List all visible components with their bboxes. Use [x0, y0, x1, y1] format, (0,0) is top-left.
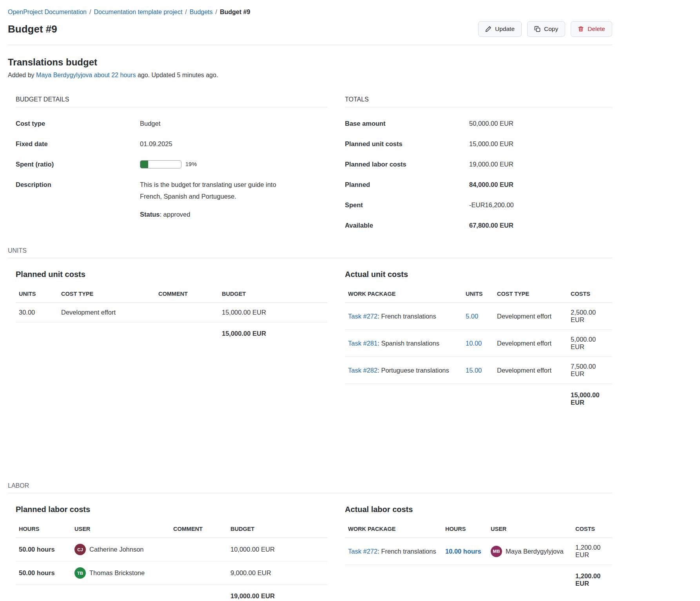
header-actions: Update Copy Delete	[478, 21, 612, 37]
hours-link[interactable]: 10.00 hours	[445, 548, 481, 555]
comment-cell	[155, 303, 219, 322]
user-cell: TBThomas Brickstone	[71, 561, 170, 585]
cost-type-row: Cost type Budget	[16, 118, 327, 129]
work-package-cell: Task #272: French translations	[345, 303, 462, 330]
cost-type-cell: Development effort	[494, 357, 568, 384]
column-header-hours: HOURS	[16, 523, 71, 538]
units-link[interactable]: 5.00	[466, 313, 478, 320]
units-grid: Planned unit costs UNITS COST TYPE COMME…	[8, 270, 612, 477]
page-title: Budget #9	[8, 23, 57, 35]
cost-type-label: Cost type	[16, 118, 140, 129]
totals-label: Planned	[345, 179, 469, 190]
pencil-icon	[485, 26, 491, 32]
units-link[interactable]: 15.00	[466, 367, 482, 374]
column-header-comment: COMMENT	[155, 288, 219, 303]
table-row: Task #272: French translations 5.00 Deve…	[345, 303, 612, 330]
actual-unit-costs-table: WORK PACKAGE UNITS COST TYPE COSTS Task …	[345, 288, 612, 412]
totals-row-base-amount: Base amount 50,000.00 EUR	[345, 118, 612, 129]
author-link[interactable]: Maya Berdygylyjova about 22 hours	[36, 72, 136, 78]
avatar: CJ	[74, 544, 86, 555]
breadcrumb-separator: /	[216, 9, 217, 15]
table-total-row: 19,000.00 EUR	[16, 585, 327, 601]
user-name: Maya Berdygylyjova	[506, 548, 564, 555]
breadcrumb-link-documentation-template-project[interactable]: Documentation template project	[94, 9, 182, 15]
column-header-cost-type: COST TYPE	[494, 288, 568, 303]
column-header-user: USER	[71, 523, 170, 538]
table-total-value: 19,000.00 EUR	[227, 585, 327, 601]
table-row: 50.00 hours CJCatherine Johnson 10,000.0…	[16, 538, 327, 561]
hours-cell: 10.00 hours	[442, 538, 488, 565]
table-header-row: WORK PACKAGE UNITS COST TYPE COSTS	[345, 288, 612, 303]
work-package-link[interactable]: Task #281	[348, 340, 377, 347]
fixed-date-value: 01.09.2025	[140, 138, 172, 150]
column-header-budget: BUDGET	[219, 288, 327, 303]
budget-name: Translations budget	[8, 57, 612, 68]
totals-label: Spent	[345, 199, 469, 211]
cost-type-value: Budget	[140, 118, 160, 129]
work-package-link[interactable]: Task #282	[348, 367, 377, 374]
totals-label: Planned unit costs	[345, 138, 469, 150]
column-header-units: UNITS	[16, 288, 58, 303]
planned-labor-costs-panel: Planned labor costs HOURS USER COMMENT B…	[8, 505, 327, 601]
page-header: Budget #9 Update Copy Delete	[8, 21, 612, 45]
breadcrumb-separator: /	[185, 9, 187, 15]
comment-cell	[170, 538, 227, 561]
hours-cell: 50.00 hours	[16, 561, 71, 585]
totals-value: -EUR16,200.00	[469, 199, 514, 211]
table-header-row: HOURS USER COMMENT BUDGET	[16, 523, 327, 538]
breadcrumb-current: Budget #9	[220, 9, 250, 15]
budget-details-panel: BUDGET DETAILS Cost type Budget Fixed da…	[8, 96, 327, 242]
costs-cell: 2,500.00 EUR	[568, 303, 612, 330]
costs-cell: 5,000.00 EUR	[568, 330, 612, 357]
copy-button-label: Copy	[544, 25, 558, 33]
column-header-work-package: WORK PACKAGE	[345, 288, 462, 303]
units-link[interactable]: 10.00	[466, 340, 482, 347]
work-package-subject: : French translations	[377, 313, 436, 320]
labor-grid: Planned labor costs HOURS USER COMMENT B…	[8, 505, 612, 601]
cost-type-cell: Development effort	[58, 303, 155, 322]
totals-value: 15,000.00 EUR	[469, 138, 513, 150]
work-package-cell: Task #282: Portuguese translations	[345, 357, 462, 384]
column-header-budget: BUDGET	[227, 523, 327, 538]
units-cell: 30.00	[16, 303, 58, 322]
column-header-comment: COMMENT	[170, 523, 227, 538]
fixed-date-label: Fixed date	[16, 138, 140, 150]
planned-labor-costs-table: HOURS USER COMMENT BUDGET 50.00 hours CJ…	[16, 523, 327, 601]
table-total-value: 15,000.00 EUR	[568, 384, 612, 413]
totals-panel: TOTALS Base amount 50,000.00 EUR Planned…	[345, 96, 612, 242]
table-total-value: 1,200.00 EUR	[572, 565, 612, 594]
table-total-row: 15,000.00 EUR	[345, 384, 612, 413]
copy-icon	[534, 26, 540, 32]
breadcrumb-link-budgets[interactable]: Budgets	[190, 9, 213, 15]
meta-suffix: ago. Updated 5 minutes ago.	[136, 72, 218, 78]
table-header-row: UNITS COST TYPE COMMENT BUDGET	[16, 288, 327, 303]
avatar: TB	[74, 567, 86, 579]
breadcrumb-link-openproject-documentation[interactable]: OpenProject Documentation	[8, 9, 87, 15]
meta-prefix: Added by	[8, 72, 36, 78]
table-total-value: 15,000.00 EUR	[219, 322, 327, 344]
planned-unit-costs-panel: Planned unit costs UNITS COST TYPE COMME…	[8, 270, 327, 477]
update-button[interactable]: Update	[478, 21, 522, 37]
budget-cell: 10,000.00 EUR	[227, 538, 327, 561]
delete-button-label: Delete	[588, 25, 605, 33]
work-package-link[interactable]: Task #272	[348, 548, 377, 555]
user-cell: CJCatherine Johnson	[71, 538, 170, 561]
units-section-caption: UNITS	[8, 247, 612, 258]
budget-cell: 9,000.00 EUR	[227, 561, 327, 585]
table-total-row: 1,200.00 EUR	[345, 565, 612, 594]
costs-cell: 7,500.00 EUR	[568, 357, 612, 384]
work-package-link[interactable]: Task #272	[348, 313, 377, 320]
work-package-subject: : Portuguese translations	[377, 367, 449, 374]
work-package-subject: : Spanish translations	[377, 340, 439, 347]
copy-button[interactable]: Copy	[527, 21, 565, 37]
table-total-row: 15,000.00 EUR	[16, 322, 327, 344]
actual-labor-costs-panel: Actual labor costs WORK PACKAGE HOURS US…	[345, 505, 612, 601]
trash-icon	[578, 26, 584, 32]
column-header-user: USER	[488, 523, 572, 538]
totals-label: Available	[345, 219, 469, 231]
column-header-units: UNITS	[462, 288, 494, 303]
totals-row-available: Available 67,800.00 EUR	[345, 219, 612, 231]
delete-button[interactable]: Delete	[571, 21, 612, 37]
totals-label: Planned labor costs	[345, 158, 469, 170]
hours-cell: 50.00 hours	[16, 538, 71, 561]
